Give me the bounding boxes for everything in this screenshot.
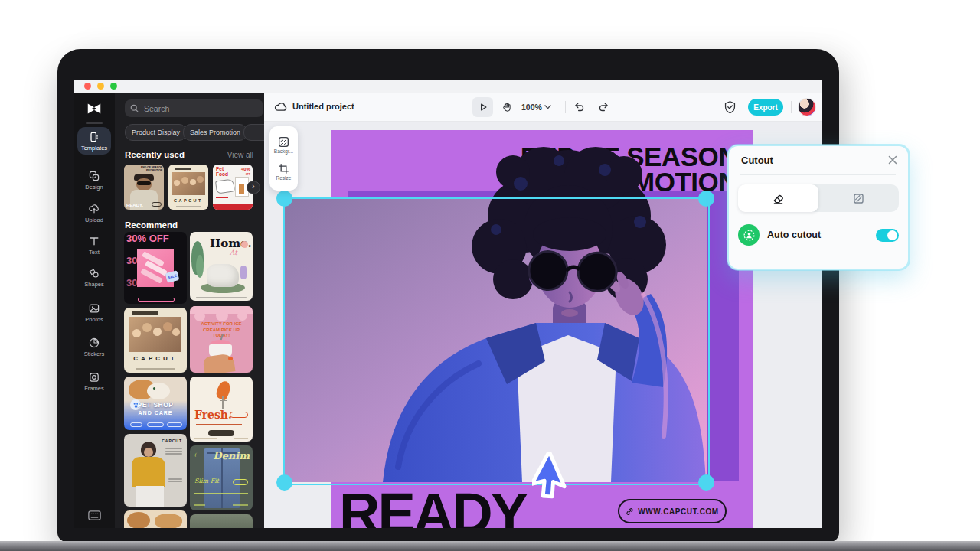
poster-url-pill[interactable]: WWW.CAPCUT.COM bbox=[618, 499, 727, 523]
sidebar-item-label: Frames bbox=[74, 385, 115, 392]
zoom-level[interactable]: 100% bbox=[521, 103, 542, 112]
upload-icon bbox=[88, 203, 100, 215]
search-input[interactable] bbox=[142, 103, 245, 114]
export-button[interactable]: Export bbox=[748, 99, 783, 116]
card-fork bbox=[220, 396, 227, 401]
sidebar-item-templates[interactable]: Templates bbox=[77, 127, 111, 155]
chip-sales-promotion[interactable]: Sales Promotion bbox=[183, 124, 247, 141]
sale-badge: SALE bbox=[165, 270, 180, 282]
template-card-interior[interactable] bbox=[190, 514, 253, 528]
auto-cutout-label: Auto cutout bbox=[767, 230, 821, 240]
sidebar-item-label: Stickers bbox=[74, 350, 115, 357]
resize-tool[interactable]: Resize bbox=[276, 163, 292, 181]
close-icon[interactable] bbox=[888, 155, 897, 165]
app-screen: Templates Design Upload Text Shapes Phot… bbox=[74, 80, 822, 528]
card-photo bbox=[129, 317, 181, 352]
sidebar-item-text[interactable]: Text bbox=[74, 235, 115, 256]
template-card-sale[interactable]: 30% OFF 30% OFF 30% OFF SALE bbox=[124, 232, 187, 304]
stickers-icon bbox=[88, 337, 100, 349]
sidebar-item-photos[interactable]: Photos bbox=[74, 302, 115, 323]
template-card-fashion[interactable]: CAPCUT bbox=[124, 434, 187, 507]
thumb-sunglasses bbox=[137, 181, 151, 185]
template-card-fresh[interactable]: Fresh. bbox=[190, 377, 253, 442]
selection-handle-top-right[interactable] bbox=[698, 191, 714, 207]
auto-cutout-toggle[interactable] bbox=[876, 229, 899, 242]
sidebar-item-label: Shapes bbox=[74, 281, 115, 288]
card-nail bbox=[228, 357, 233, 360]
sidebar-item-frames[interactable]: Frames bbox=[74, 371, 115, 392]
recent-template-season[interactable]: END OF SEASON PROMOTION READY. bbox=[124, 165, 164, 210]
template-card-handmade[interactable]: HANDMADE bbox=[124, 510, 187, 528]
sidebar-item-label: Upload bbox=[74, 217, 115, 223]
template-card-home[interactable]: Home. At bbox=[190, 232, 253, 301]
project-name[interactable]: Untitled project bbox=[292, 102, 354, 111]
maximize-window-button[interactable] bbox=[110, 83, 117, 90]
chip-label: Product Display bbox=[132, 129, 180, 136]
photos-icon bbox=[88, 302, 100, 315]
project-cloud-icon[interactable] bbox=[274, 101, 287, 112]
auto-cutout-icon bbox=[738, 224, 760, 246]
chevron-down-icon[interactable] bbox=[544, 105, 551, 109]
chip-label: Sales Promotion bbox=[190, 129, 240, 136]
text-icon bbox=[88, 235, 100, 247]
sidebar-item-design[interactable]: Design bbox=[74, 170, 115, 191]
minimize-window-button[interactable] bbox=[97, 83, 104, 90]
hand-tool-button[interactable] bbox=[496, 97, 517, 117]
template-card-capcut-group[interactable]: CAPCUT bbox=[124, 308, 187, 373]
shapes-icon bbox=[88, 267, 100, 279]
close-window-button[interactable] bbox=[84, 83, 91, 90]
selection-box[interactable] bbox=[283, 197, 710, 485]
thumb-bar bbox=[216, 197, 228, 198]
restore-tab[interactable] bbox=[818, 184, 899, 212]
template-card-denim[interactable]: ( Denim Slim Fit bbox=[190, 445, 253, 510]
card-blouse bbox=[132, 457, 165, 487]
toolbar-divider bbox=[565, 101, 566, 113]
selection-handle-bottom-right[interactable] bbox=[698, 474, 714, 491]
background-tool[interactable]: Backgr... bbox=[274, 136, 293, 154]
poster-url-text: WWW.CAPCUT.COM bbox=[638, 507, 719, 516]
card-cat bbox=[147, 383, 170, 399]
card-sofa bbox=[207, 264, 239, 287]
sidebar-item-upload[interactable]: Upload bbox=[74, 203, 115, 223]
undo-icon[interactable] bbox=[573, 101, 585, 112]
safety-shield-icon[interactable] bbox=[724, 100, 737, 114]
recent-template-capcut[interactable]: CAPCUT bbox=[168, 165, 208, 210]
templates-panel: Product Display Sales Promotion Recently… bbox=[115, 93, 264, 528]
chip-partial[interactable] bbox=[243, 124, 264, 141]
sidebar-item-label: Templates bbox=[77, 145, 111, 152]
search-box[interactable] bbox=[125, 99, 263, 117]
background-icon bbox=[278, 136, 289, 148]
card-title: Denim bbox=[213, 450, 250, 461]
erase-tab[interactable] bbox=[738, 184, 818, 212]
hand-icon bbox=[501, 102, 512, 112]
view-all-link[interactable]: View all bbox=[227, 151, 253, 159]
template-card-petshop[interactable]: PET SHOP AND CARE bbox=[124, 377, 187, 430]
sidebar-item-stickers[interactable]: Stickers bbox=[74, 337, 115, 357]
select-tool-button[interactable] bbox=[472, 97, 493, 117]
card-caption: CAPCUT bbox=[124, 355, 187, 362]
user-avatar[interactable] bbox=[798, 98, 816, 116]
selection-handle-bottom-left[interactable] bbox=[276, 474, 292, 491]
card-script: At bbox=[230, 249, 237, 256]
redo-icon[interactable] bbox=[598, 101, 609, 112]
shortcuts-button[interactable] bbox=[88, 510, 101, 520]
capcut-logo bbox=[86, 100, 103, 117]
card-caption: CAPCUT bbox=[162, 439, 182, 443]
thumb-footer bbox=[213, 204, 253, 210]
rail-divider bbox=[86, 122, 103, 124]
card-bar bbox=[132, 311, 158, 315]
card-plant bbox=[196, 255, 204, 278]
selection-handle-top-left[interactable] bbox=[276, 191, 292, 207]
restore-brush-icon bbox=[852, 192, 865, 205]
toggle-knob bbox=[887, 230, 897, 240]
sidebar-item-shapes[interactable]: Shapes bbox=[74, 267, 115, 288]
poster-ready-text[interactable]: READY bbox=[339, 485, 526, 528]
thumb-dog-outline bbox=[215, 178, 235, 194]
toolbar-divider bbox=[791, 101, 792, 113]
resize-label: Resize bbox=[276, 175, 292, 181]
icon-sidebar: Templates Design Upload Text Shapes Phot… bbox=[74, 93, 115, 528]
template-card-icecream[interactable]: ACTIVITY FOR ICE CREAM PICK UP TODAY! bbox=[190, 306, 253, 373]
carousel-next-button[interactable]: › bbox=[247, 181, 260, 194]
chip-product-display[interactable]: Product Display bbox=[125, 124, 187, 141]
card-text: 30% OFF bbox=[126, 233, 169, 244]
